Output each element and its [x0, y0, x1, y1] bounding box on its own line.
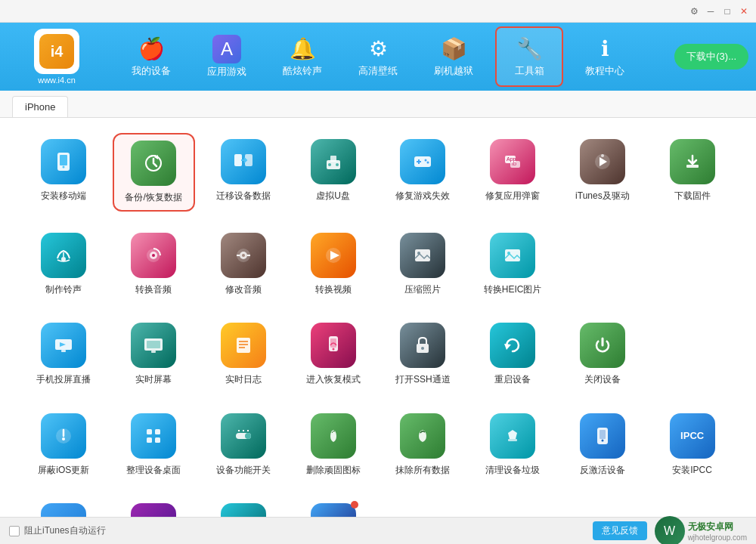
tool-fix-game[interactable]: 修复游戏失效 — [382, 133, 464, 212]
svg-point-2 — [63, 166, 65, 168]
tool-skip-setup-icon — [221, 503, 266, 517]
tool-convert-audio[interactable]: 转换音频 — [113, 227, 195, 302]
download-button[interactable]: 下载中(3)... — [674, 44, 748, 70]
tool-install-ipcc-label: 安装IPCC — [672, 465, 712, 477]
tool-install-ipcc-icon: IPCC — [670, 413, 715, 459]
status-left: 阻止iTunes自动运行 — [9, 524, 106, 537]
tool-install-mobile-icon — [41, 139, 86, 184]
tool-convert-heic-label: 转换HEIC图片 — [484, 284, 542, 296]
nav-ringtones-label: 酷炫铃声 — [283, 64, 322, 78]
tool-migrate-label: 迁移设备数据 — [216, 190, 271, 202]
nav-jailbreak[interactable]: 📦 刷机越狱 — [420, 26, 488, 87]
tool-realtime-log-icon — [221, 323, 266, 368]
tool-clean-junk-label: 清理设备垃圾 — [485, 465, 540, 477]
nav-tutorials[interactable]: ℹ 教程中心 — [571, 26, 639, 87]
tool-virtual-udisk-label: 虚拟U盘 — [316, 190, 350, 202]
tool-itunes-driver[interactable]: iTunes及驱动 — [562, 133, 644, 212]
tool-restart-device-icon — [490, 323, 535, 368]
title-bar: ⚙ ─ □ ✕ — [0, 0, 756, 23]
tool-device-toggle-icon — [221, 413, 266, 459]
tool-migrate[interactable]: 迁移设备数据 — [203, 133, 285, 212]
tool-virtual-udisk[interactable]: 虚拟U盘 — [292, 133, 374, 212]
tool-shutdown-device[interactable]: 关闭设备 — [562, 317, 644, 392]
tool-shutdown-device-label: 关闭设备 — [584, 374, 621, 386]
tab-bar: iPhone — [0, 91, 756, 118]
tool-wipe-data-label: 抹除所有数据 — [395, 465, 450, 477]
watermark-logo: W — [655, 516, 685, 545]
tool-restart-device-label: 重启设备 — [494, 374, 531, 386]
tool-edit-audio[interactable]: 修改音频 — [203, 227, 285, 302]
svg-rect-5 — [234, 154, 242, 166]
tool-migrate-icon — [221, 139, 266, 184]
close-icon[interactable]: ✕ — [738, 5, 750, 17]
tool-backup-restore[interactable]: 备份/恢复数据 — [113, 133, 195, 212]
tool-wipe-data-icon — [400, 413, 445, 459]
tool-fix-popup[interactable]: AppID 修复应用弹窗 — [472, 133, 554, 212]
svg-point-15 — [427, 162, 429, 164]
svg-rect-44 — [151, 351, 156, 353]
tool-virtual-location[interactable]: 虚拟定位 — [23, 497, 105, 517]
tool-remove-stubborn[interactable]: 删除顽固图标 — [292, 407, 374, 483]
feedback-button[interactable]: 意见反馈 — [593, 521, 647, 540]
tool-make-ringtone-icon — [41, 233, 86, 278]
tool-break-time-limit[interactable]: 破解时间限额 — [113, 497, 195, 517]
tool-restart-device[interactable]: 重启设备 — [472, 317, 554, 392]
tool-backup-restore-icon — [131, 141, 176, 186]
tool-open-ssh-icon — [400, 323, 445, 368]
tool-screen-mirror[interactable]: 手机投屏直播 — [23, 317, 105, 392]
tool-fix-game-label: 修复游戏失效 — [395, 190, 450, 202]
nav-toolbox-label: 工具箱 — [515, 64, 544, 78]
tool-realtime-screen-icon — [131, 323, 176, 368]
nav-ringtones[interactable]: 🔔 酷炫铃声 — [268, 26, 336, 87]
tool-skip-setup[interactable]: 跳过设置向导 — [203, 497, 285, 517]
maximize-icon[interactable]: □ — [721, 5, 733, 17]
svg-point-23 — [61, 257, 66, 261]
nav-toolbox[interactable]: 🔧 工具箱 — [495, 26, 563, 87]
tool-make-ringtone[interactable]: 制作铃声 — [23, 227, 105, 302]
tool-recovery-mode[interactable]: 进入恢复模式 — [292, 317, 374, 392]
tool-install-mobile[interactable]: 安装移动端 — [23, 133, 105, 212]
tool-deactivate-icon — [580, 413, 625, 459]
tool-block-ios-update[interactable]: 屏蔽iOS更新 — [23, 407, 105, 483]
svg-rect-58 — [147, 429, 152, 434]
nav-wallpaper[interactable]: ⚙ 高清壁纸 — [344, 26, 412, 87]
itunes-checkbox[interactable] — [9, 526, 20, 536]
tool-realtime-screen[interactable]: 实时屏幕 — [113, 317, 195, 392]
tool-deactivate[interactable]: 反激活设备 — [562, 407, 644, 483]
minimize-icon[interactable]: ─ — [705, 5, 717, 17]
tool-install-ipcc[interactable]: IPCC 安装IPCC — [651, 407, 733, 483]
svg-point-10 — [336, 163, 339, 166]
tool-compress-photo[interactable]: 压缩照片 — [382, 227, 464, 302]
tool-clean-junk[interactable]: 清理设备垃圾 — [472, 407, 554, 483]
nav-my-device-icon: 🍎 — [138, 36, 165, 61]
tool-edit-audio-label: 修改音频 — [225, 284, 262, 296]
tool-device-toggle[interactable]: 设备功能开关 — [203, 407, 285, 483]
svg-point-63 — [245, 433, 251, 439]
tool-convert-audio-icon — [131, 233, 176, 278]
settings-icon[interactable]: ⚙ — [688, 5, 700, 17]
svg-marker-54 — [504, 344, 511, 350]
nav-apps-label: 应用游戏 — [207, 65, 246, 79]
tool-realtime-log[interactable]: 实时日志 — [203, 317, 285, 392]
tool-convert-video[interactable]: 转换视频 — [292, 227, 374, 302]
logo-icon: i4 — [39, 34, 74, 69]
tool-download-firmware[interactable]: 下载固件 — [651, 133, 733, 212]
tool-convert-heic-icon — [490, 233, 535, 278]
tool-itunes-driver-icon — [580, 139, 625, 184]
nav-apps[interactable]: A 应用游戏 — [193, 26, 261, 87]
logo-url: www.i4.cn — [38, 76, 76, 85]
tool-realtime-log-label: 实时日志 — [225, 374, 262, 386]
tool-virtual-udisk-icon — [311, 139, 356, 184]
tool-organize-desktop[interactable]: 整理设备桌面 — [113, 407, 195, 483]
tool-wipe-data[interactable]: 抹除所有数据 — [382, 407, 464, 483]
tool-shutdown-device-icon — [580, 323, 625, 368]
tool-backup-guide[interactable]: 备份引导区数据 — [292, 497, 374, 517]
tool-convert-heic[interactable]: 转换HEIC图片 — [472, 227, 554, 302]
tool-fix-popup-label: 修复应用弹窗 — [485, 190, 540, 202]
tab-iphone[interactable]: iPhone — [12, 96, 68, 117]
tool-backup-restore-label: 备份/恢复数据 — [125, 192, 181, 204]
logo-area: i4 www.i4.cn — [8, 29, 106, 85]
tool-deactivate-label: 反激活设备 — [580, 465, 625, 477]
nav-my-device[interactable]: 🍎 我的设备 — [117, 26, 185, 87]
tool-open-ssh[interactable]: 打开SSH通道 — [382, 317, 464, 392]
